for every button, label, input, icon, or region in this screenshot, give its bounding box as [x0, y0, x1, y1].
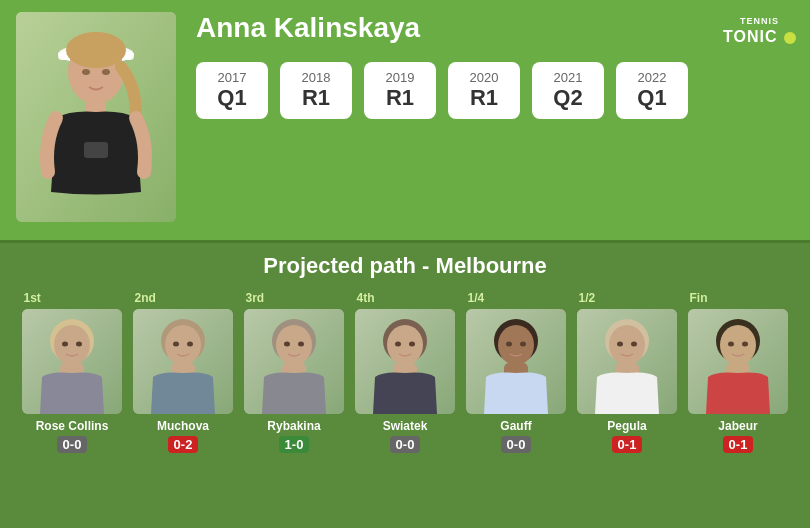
- round-label: R1: [382, 85, 418, 111]
- svg-point-48: [728, 342, 734, 347]
- round-label: 1st: [20, 291, 41, 305]
- svg-point-11: [54, 325, 90, 365]
- logo-tonic-text: TONIC: [723, 28, 777, 45]
- svg-point-19: [187, 342, 193, 347]
- svg-point-17: [165, 325, 201, 365]
- svg-point-25: [298, 342, 304, 347]
- bottom-section: Projected path - Melbourne 1st Rose Coll…: [0, 243, 810, 461]
- player-thumb: [355, 309, 455, 414]
- player-thumb-name: Rose Collins: [36, 419, 109, 433]
- path-players: 1st Rose Collins 0-0 2nd: [10, 291, 800, 453]
- svg-point-36: [506, 342, 512, 347]
- path-player: 2nd Muchova 0-2: [131, 291, 236, 453]
- svg-point-31: [409, 342, 415, 347]
- player-score-badge: 1-0: [279, 436, 310, 453]
- player-thumb: [22, 309, 122, 414]
- svg-point-18: [173, 342, 179, 347]
- player-score-badge: 0-1: [612, 436, 643, 453]
- svg-point-6: [102, 69, 110, 75]
- round-label: Q1: [214, 85, 250, 111]
- svg-point-24: [284, 342, 290, 347]
- year-badges: 2017 Q1 2018 R1 2019 R1 2020 R1 2021 Q2 …: [196, 62, 794, 119]
- svg-point-43: [631, 342, 637, 347]
- year-badge: 2018 R1: [280, 62, 352, 119]
- round-label: Fin: [686, 291, 708, 305]
- svg-point-42: [617, 342, 623, 347]
- year-badge: 2019 R1: [364, 62, 436, 119]
- player-thumb: [466, 309, 566, 414]
- round-label: 1/2: [575, 291, 596, 305]
- player-thumb-name: Gauff: [500, 419, 531, 433]
- player-thumb-name: Rybakina: [267, 419, 320, 433]
- year-badge: 2020 R1: [448, 62, 520, 119]
- year-badge: 2017 Q1: [196, 62, 268, 119]
- player-photo: [16, 12, 176, 222]
- player-info: Anna Kalinskaya 2017 Q1 2018 R1 2019 R1 …: [196, 12, 794, 119]
- player-thumb-name: Muchova: [157, 419, 209, 433]
- projected-title: Projected path - Melbourne: [10, 253, 800, 279]
- path-player: 1/4 Gauff 0-0: [464, 291, 569, 453]
- path-player: 1st Rose Collins 0-0: [20, 291, 125, 453]
- player-score-badge: 0-2: [168, 436, 199, 453]
- round-label: R1: [466, 85, 502, 111]
- logo: TENNIS TONIC: [723, 10, 796, 46]
- svg-point-49: [742, 342, 748, 347]
- year-badge: 2022 Q1: [616, 62, 688, 119]
- player-score-badge: 0-1: [723, 436, 754, 453]
- svg-point-12: [62, 342, 68, 347]
- player-score-badge: 0-0: [501, 436, 532, 453]
- player-score-badge: 0-0: [57, 436, 88, 453]
- svg-point-41: [609, 325, 645, 365]
- year-label: 2020: [466, 70, 502, 85]
- player-thumb: [244, 309, 344, 414]
- year-badge: 2021 Q2: [532, 62, 604, 119]
- svg-point-5: [82, 69, 90, 75]
- logo-ball-icon: [784, 32, 796, 44]
- svg-point-30: [395, 342, 401, 347]
- main-container: TENNIS TONIC: [0, 0, 810, 528]
- round-label: 4th: [353, 291, 375, 305]
- logo-tennis-text: TENNIS: [740, 16, 779, 26]
- path-player: Fin Jabeur 0-1: [686, 291, 791, 453]
- svg-point-47: [720, 325, 756, 365]
- player-thumb: [688, 309, 788, 414]
- year-label: 2018: [298, 70, 334, 85]
- round-label: Q1: [634, 85, 670, 111]
- svg-point-29: [387, 325, 423, 365]
- player-thumb-name: Jabeur: [718, 419, 757, 433]
- player-score-badge: 0-0: [390, 436, 421, 453]
- player-thumb: [577, 309, 677, 414]
- svg-point-37: [520, 342, 526, 347]
- round-label: Q2: [550, 85, 586, 111]
- round-label: 3rd: [242, 291, 265, 305]
- path-player: 3rd Rybakina 1-0: [242, 291, 347, 453]
- player-thumb: [133, 309, 233, 414]
- year-label: 2019: [382, 70, 418, 85]
- svg-rect-8: [84, 142, 108, 158]
- year-label: 2022: [634, 70, 670, 85]
- svg-point-35: [498, 325, 534, 365]
- round-label: R1: [298, 85, 334, 111]
- top-section: Anna Kalinskaya 2017 Q1 2018 R1 2019 R1 …: [0, 0, 810, 240]
- svg-point-13: [76, 342, 82, 347]
- year-label: 2021: [550, 70, 586, 85]
- player-thumb-name: Pegula: [607, 419, 646, 433]
- player-name: Anna Kalinskaya: [196, 12, 794, 44]
- svg-point-23: [276, 325, 312, 365]
- round-label: 1/4: [464, 291, 485, 305]
- player-thumb-name: Swiatek: [383, 419, 428, 433]
- path-player: 1/2 Pegula 0-1: [575, 291, 680, 453]
- round-label: 2nd: [131, 291, 156, 305]
- path-player: 4th Swiatek 0-0: [353, 291, 458, 453]
- year-label: 2017: [214, 70, 250, 85]
